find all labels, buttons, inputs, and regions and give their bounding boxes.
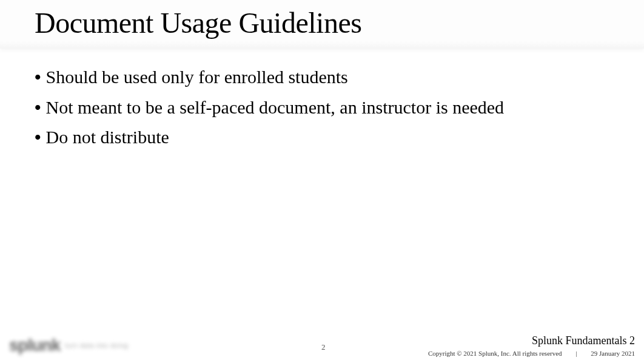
bullet-marker-icon: • [35,92,41,123]
bullet-text: Do not distribute [46,122,169,152]
bullet-text: Should be used only for enrolled student… [46,62,348,92]
bullet-item: • Do not distribute [35,122,609,152]
bullet-marker-icon: • [35,62,41,92]
footer-date: 29 January 2021 [591,350,635,357]
slide-footer: splunk turn data into doing 2 Splunk Fun… [0,328,644,363]
slide-header: Document Usage Guidelines [0,0,644,49]
logo-area: splunk turn data into doing [9,336,128,355]
bullet-list: • Should be used only for enrolled stude… [35,62,609,152]
course-name: Splunk Fundamentals 2 [428,334,635,347]
footer-right: Splunk Fundamentals 2 Copyright © 2021 S… [428,334,635,357]
slide-content: • Should be used only for enrolled stude… [0,49,644,152]
brand-tagline: turn data into doing [65,342,128,349]
page-number: 2 [321,342,326,352]
brand-logo: splunk [9,336,60,355]
footer-divider: | [575,350,577,357]
bullet-item: • Not meant to be a self-paced document,… [35,92,609,123]
bullet-item: • Should be used only for enrolled stude… [35,62,609,92]
bullet-marker-icon: • [35,122,41,152]
slide-title: Document Usage Guidelines [35,6,644,39]
bullet-text: Not meant to be a self-paced document, a… [46,92,505,123]
copyright-line: Copyright © 2021 Splunk, Inc. All rights… [428,350,635,357]
copyright-text: Copyright © 2021 Splunk, Inc. All rights… [428,350,562,357]
